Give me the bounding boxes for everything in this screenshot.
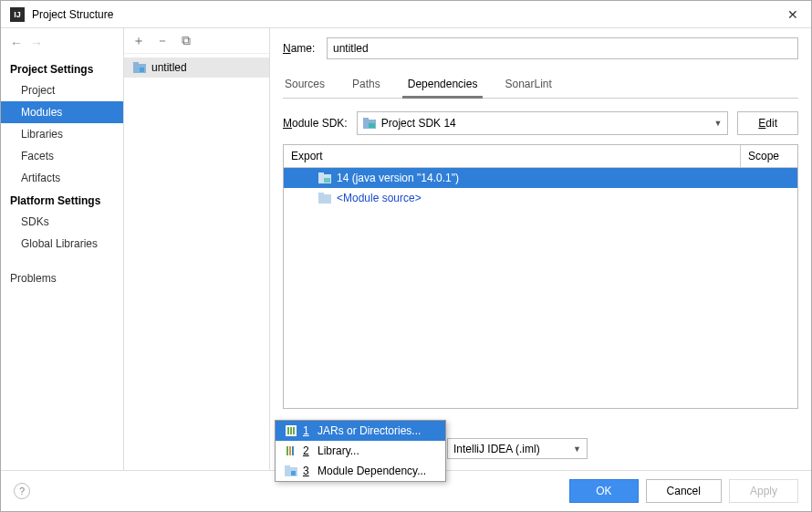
help-icon[interactable]: ?	[14, 483, 30, 499]
tree-item-label: untitled	[151, 61, 187, 74]
sidebar-item-problems[interactable]: Problems	[1, 267, 123, 289]
menu-label: JARs or Directories...	[318, 424, 421, 437]
tab-dependencies[interactable]: Dependencies	[406, 72, 480, 98]
dependencies-table: Export Scope 14 (java version "14.0.1") …	[283, 144, 798, 409]
chevron-down-icon: ▼	[573, 444, 581, 454]
cancel-button[interactable]: Cancel	[646, 479, 722, 503]
sdk-folder-icon	[318, 172, 331, 183]
svg-rect-19	[285, 465, 290, 469]
svg-rect-8	[324, 178, 330, 183]
svg-rect-13	[290, 427, 292, 434]
tab-sources[interactable]: Sources	[283, 72, 327, 98]
edit-sdk-button[interactable]: Edit	[737, 111, 798, 135]
sidebar-item-global-libraries[interactable]: Global Libraries	[1, 233, 123, 255]
export-format-combo[interactable]: IntelliJ IDEA (.iml) ▼	[447, 438, 588, 459]
module-tree: ＋ － ⧉ untitled	[124, 28, 270, 470]
svg-rect-2	[140, 68, 144, 72]
svg-rect-10	[318, 193, 324, 196]
module-icon	[133, 62, 146, 73]
menu-label: Module Dependency...	[318, 465, 426, 477]
sdk-icon	[363, 118, 376, 129]
svg-rect-4	[363, 118, 369, 121]
app-icon: IJ	[10, 7, 25, 22]
svg-rect-7	[318, 172, 324, 176]
source-folder-icon	[318, 193, 331, 204]
module-sdk-label: Module SDK:	[283, 117, 348, 130]
module-panel: Name: Sources Paths Dependencies SonarLi…	[270, 28, 811, 470]
dep-label: <Module source>	[337, 192, 422, 204]
directory-icon	[285, 425, 297, 436]
sidebar-item-facets[interactable]: Facets	[1, 145, 123, 167]
sdk-value: Project SDK 14	[381, 117, 456, 130]
svg-rect-1	[133, 62, 139, 66]
library-icon	[285, 445, 297, 456]
sidebar-item-libraries[interactable]: Libraries	[1, 123, 123, 145]
sidebar-item-artifacts[interactable]: Artifacts	[1, 167, 123, 189]
menu-label: Library...	[318, 444, 359, 457]
svg-rect-12	[287, 427, 289, 434]
module-tabs: Sources Paths Dependencies SonarLint	[283, 72, 798, 99]
export-format-value: IntelliJ IDEA (.iml)	[453, 443, 540, 455]
svg-rect-5	[369, 123, 375, 128]
add-dependency-popup: 1 JARs or Directories... 2 Library... 3 …	[275, 420, 446, 482]
menu-item-jars[interactable]: 1 JARs or Directories...	[276, 421, 445, 441]
add-icon[interactable]: ＋	[131, 33, 146, 49]
section-platform-settings: Platform Settings	[1, 189, 123, 211]
remove-icon[interactable]: －	[155, 33, 170, 49]
name-input[interactable]	[327, 37, 798, 59]
forward-icon[interactable]: →	[30, 36, 43, 50]
col-export: Export	[284, 145, 741, 167]
tab-paths[interactable]: Paths	[350, 72, 382, 98]
svg-rect-15	[286, 446, 288, 455]
ok-button[interactable]: OK	[569, 479, 638, 503]
dep-row-source[interactable]: <Module source>	[284, 188, 797, 208]
name-label: Name:	[283, 42, 327, 55]
menu-item-library[interactable]: 2 Library...	[276, 441, 445, 461]
section-project-settings: Project Settings	[1, 57, 123, 79]
titlebar: IJ Project Structure ✕	[1, 1, 811, 28]
sidebar-item-sdks[interactable]: SDKs	[1, 211, 123, 233]
apply-button[interactable]: Apply	[729, 479, 798, 503]
copy-icon[interactable]: ⧉	[179, 33, 193, 48]
col-scope: Scope	[741, 145, 797, 167]
sidebar: ← → Project Settings Project Modules Lib…	[1, 28, 124, 470]
svg-rect-14	[293, 427, 295, 434]
tree-item-module[interactable]: untitled	[124, 57, 269, 78]
svg-rect-20	[291, 471, 296, 475]
svg-rect-16	[289, 446, 291, 455]
close-icon[interactable]: ✕	[784, 7, 802, 22]
module-dep-icon	[285, 465, 297, 476]
dep-row-sdk[interactable]: 14 (java version "14.0.1")	[284, 168, 797, 188]
dep-label: 14 (java version "14.0.1")	[337, 172, 459, 184]
tab-sonarlint[interactable]: SonarLint	[503, 72, 553, 98]
back-icon[interactable]: ←	[10, 36, 23, 50]
sidebar-item-modules[interactable]: Modules	[1, 101, 123, 123]
chevron-down-icon: ▼	[713, 119, 722, 128]
window-title: Project Structure	[32, 8, 784, 21]
menu-item-module-dep[interactable]: 3 Module Dependency...	[276, 461, 445, 481]
sidebar-item-project[interactable]: Project	[1, 79, 123, 101]
svg-rect-17	[292, 446, 294, 455]
module-sdk-combo[interactable]: Project SDK 14 ▼	[357, 111, 729, 135]
